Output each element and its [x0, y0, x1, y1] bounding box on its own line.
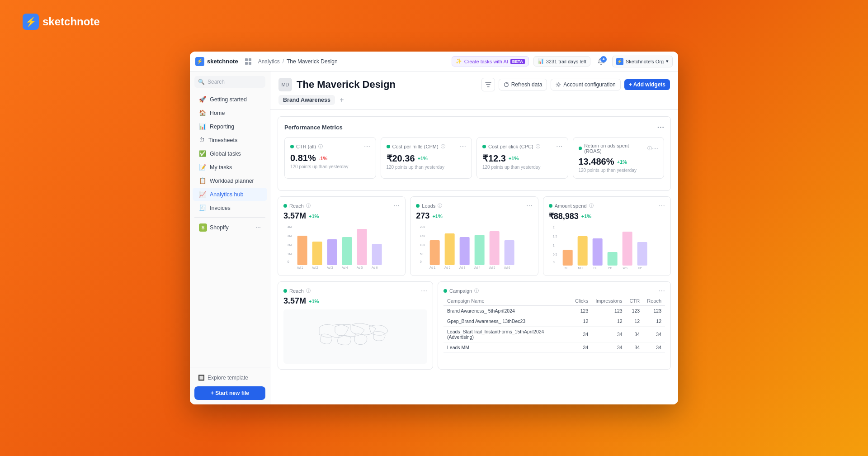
- metric-more-button[interactable]: ⋯: [460, 143, 466, 150]
- sidebar-item-analytics-hub[interactable]: 📈 Analytics hub: [193, 188, 267, 201]
- svg-text:2M: 2M: [288, 243, 292, 247]
- sidebar-item-workload-planner[interactable]: 📋 Workload planner: [193, 174, 267, 187]
- refresh-data-label: Refresh data: [511, 81, 542, 88]
- trail-days-label: 3231 trail days left: [546, 59, 586, 64]
- search-input[interactable]: 🔍 Search: [194, 76, 265, 88]
- clicks-value: 12: [571, 316, 592, 327]
- sidebar-item-global-tasks[interactable]: ✅ Global tasks: [193, 147, 267, 160]
- svg-rect-10: [297, 236, 307, 265]
- amount-spend-bar-chart: 2 1.5 1 0.5 0 RJ: [549, 225, 665, 270]
- start-new-label: + Start new file: [211, 390, 249, 396]
- metric-label-text: Cost per mille (CPM): [392, 144, 439, 149]
- sidebar-item-label: Workload planner: [210, 178, 254, 184]
- metric-more-button[interactable]: ⋯: [556, 143, 562, 150]
- main-layout: 🔍 Search 🚀 Getting started 🏠 Home 📊 Repo…: [190, 71, 678, 404]
- sidebar-item-home[interactable]: 🏠 Home: [193, 106, 267, 119]
- chart-area-leads: 200 150 100 50 0 A: [416, 224, 532, 270]
- create-tasks-button[interactable]: ✨ Create tasks with AI BETA: [452, 56, 529, 66]
- chart-more-button[interactable]: ⋯: [659, 202, 665, 209]
- info-icon[interactable]: ⓘ: [647, 145, 652, 152]
- sidebar-item-timesheets[interactable]: ⏱ Timesheets: [193, 133, 267, 147]
- metric-label-text: CTR (all): [296, 144, 316, 149]
- sidebar-item-shopify[interactable]: S Shopify ⋯: [193, 220, 267, 235]
- metric-more-button[interactable]: ⋯: [364, 143, 370, 150]
- map-placeholder: [283, 309, 427, 364]
- sidebar-item-my-tasks[interactable]: 📝 My tasks: [193, 161, 267, 174]
- svg-text:3M: 3M: [288, 234, 292, 238]
- svg-rect-27: [430, 240, 440, 265]
- account-configuration-button[interactable]: Account configuration: [551, 79, 620, 90]
- info-icon[interactable]: ⓘ: [474, 288, 479, 294]
- shopify-more-icon[interactable]: ⋯: [255, 224, 261, 231]
- sidebar-item-reporting[interactable]: 📊 Reporting: [193, 120, 267, 133]
- chart-more-button[interactable]: ⋯: [526, 202, 533, 209]
- filter-button[interactable]: [481, 78, 495, 91]
- ctr-value: 123: [626, 306, 644, 316]
- metric-sub: 120 points up than yesterday: [579, 168, 659, 173]
- metric-number: ₹20.36: [387, 153, 415, 164]
- breadcrumb-parent[interactable]: Analytics: [258, 58, 280, 65]
- svg-text:Ad 6: Ad 6: [372, 266, 378, 269]
- svg-text:100: 100: [420, 243, 425, 247]
- sidebar-item-label: Home: [210, 110, 225, 116]
- chart-more-button[interactable]: ⋯: [393, 202, 400, 209]
- info-icon[interactable]: ⓘ: [318, 143, 323, 150]
- top-bar-logo: ⚡ sketchnote: [195, 57, 238, 66]
- metric-card-cpc: Cost per click (CPC) ⓘ ⋯ ₹12.3 +1% 120 p…: [476, 137, 568, 179]
- content-title: MD The Maverick Design: [278, 78, 396, 91]
- svg-rect-44: [562, 250, 572, 266]
- campaign-name: Gpep_Brand Awareness_ 13thDec23: [443, 316, 571, 327]
- sidebar-item-label: My tasks: [210, 164, 232, 171]
- chart-number: 3.57M: [283, 211, 306, 221]
- chart-label-text: Campaign: [449, 288, 472, 294]
- add-tab-button[interactable]: +: [337, 95, 347, 105]
- org-button[interactable]: ⚡ Sketchnote's Org ▾: [612, 56, 673, 67]
- grid-icon[interactable]: [242, 55, 255, 68]
- chart-change: +1%: [309, 299, 319, 304]
- add-widgets-button[interactable]: + Add widgets: [624, 79, 670, 90]
- section-more-button[interactable]: ⋯: [657, 123, 664, 132]
- svg-text:Ad 5: Ad 5: [489, 266, 495, 269]
- card-more-button[interactable]: ⋯: [659, 287, 665, 294]
- chart-change: +1%: [581, 214, 591, 219]
- metric-sub: 120 points up than yesterday: [387, 165, 467, 170]
- info-icon[interactable]: ⓘ: [441, 143, 445, 150]
- clicks-value: 123: [571, 306, 592, 316]
- metric-card-header: Return on ads spent (ROAS) ⓘ ⋯: [579, 143, 659, 154]
- metric-value: ₹12.3 +1%: [482, 153, 562, 164]
- svg-text:Ad 5: Ad 5: [357, 266, 363, 269]
- trail-days-indicator: 📊 3231 trail days left: [533, 56, 590, 66]
- svg-text:50: 50: [420, 252, 424, 256]
- info-icon[interactable]: ⓘ: [306, 203, 311, 209]
- search-icon: 🔍: [198, 79, 205, 85]
- notifications-button[interactable]: 4: [595, 55, 608, 68]
- metric-label: Return on ads spent (ROAS) ⓘ: [579, 143, 652, 154]
- metric-more-button[interactable]: ⋯: [652, 145, 658, 152]
- sidebar-item-getting-started[interactable]: 🚀 Getting started: [193, 93, 267, 106]
- explore-template-button[interactable]: 🔲 Explore template: [194, 372, 265, 384]
- info-icon[interactable]: ⓘ: [536, 143, 540, 150]
- rocket-icon: 🚀: [199, 96, 206, 103]
- start-new-file-button[interactable]: + Start new file: [194, 386, 265, 400]
- top-bar-actions: ✨ Create tasks with AI BETA 📊 3231 trail…: [452, 55, 673, 68]
- clicks-value: 34: [571, 342, 592, 353]
- refresh-data-button[interactable]: Refresh data: [499, 79, 547, 90]
- svg-text:PB: PB: [608, 266, 612, 270]
- sidebar-item-invoices[interactable]: 🧾 Invoices: [193, 201, 267, 214]
- reach-value: 34: [643, 342, 665, 353]
- card-more-button[interactable]: ⋯: [421, 287, 427, 294]
- svg-rect-31: [490, 231, 500, 265]
- metric-change: +1%: [418, 156, 428, 161]
- top-bar-logo-text: sketchnote: [207, 58, 238, 65]
- metric-label: Cost per mille (CPM) ⓘ: [387, 143, 445, 150]
- info-icon[interactable]: ⓘ: [589, 203, 594, 209]
- content-area: MD The Maverick Design: [270, 71, 678, 404]
- metric-card-header: Cost per click (CPC) ⓘ ⋯: [482, 143, 562, 150]
- tab-brand-awareness[interactable]: Brand Awareness: [278, 95, 335, 105]
- svg-rect-49: [637, 242, 647, 266]
- metric-label-text: Cost per click (CPC): [488, 144, 533, 149]
- svg-text:Ad 2: Ad 2: [444, 266, 451, 269]
- info-icon[interactable]: ⓘ: [306, 288, 311, 294]
- top-bar: ⚡ sketchnote Analytics / The Maverick De…: [190, 52, 678, 71]
- info-icon[interactable]: ⓘ: [438, 203, 442, 209]
